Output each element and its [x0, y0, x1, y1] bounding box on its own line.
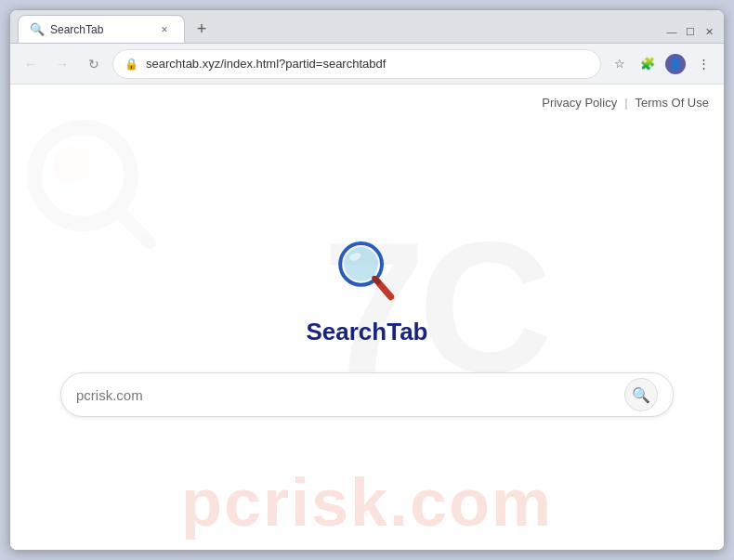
address-bar: ← → ↻ 🔒 searchtab.xyz/index.html?partid=…: [10, 44, 724, 85]
reload-button[interactable]: ↻: [81, 51, 107, 77]
search-icon: 🔍: [632, 386, 650, 404]
lock-icon: 🔒: [125, 58, 138, 71]
url-text: searchtab.xyz/index.html?partid=searchta…: [146, 57, 589, 71]
brand-name: SearchTab: [306, 318, 427, 346]
minimize-button[interactable]: —: [664, 24, 679, 39]
profile-button[interactable]: 👤: [662, 51, 688, 77]
search-box[interactable]: 🔍: [60, 372, 674, 417]
maximize-button[interactable]: ☐: [683, 24, 698, 39]
logo-magnifier-icon: [330, 236, 404, 310]
tabs-area: 🔍 SearchTab × +: [18, 15, 664, 43]
tab-close-button[interactable]: ×: [156, 21, 173, 38]
active-tab[interactable]: 🔍 SearchTab ×: [18, 15, 185, 43]
search-input[interactable]: [76, 387, 617, 403]
page-content: Privacy Policy | Terms Of Use 7C pcrisk.…: [10, 85, 724, 550]
tab-title: SearchTab: [50, 23, 151, 36]
main-content: SearchTab 🔍: [10, 85, 724, 550]
address-input[interactable]: 🔒 searchtab.xyz/index.html?partid=search…: [112, 49, 601, 79]
forward-button[interactable]: →: [49, 51, 75, 77]
menu-button[interactable]: ⋮: [690, 51, 716, 77]
extensions-button[interactable]: 🧩: [635, 51, 661, 77]
back-button[interactable]: ←: [18, 51, 44, 77]
bookmark-button[interactable]: ☆: [607, 51, 633, 77]
address-icons: ☆ 🧩 👤 ⋮: [607, 51, 716, 77]
title-bar: 🔍 SearchTab × + — ☐ ✕: [10, 10, 724, 44]
window-controls: — ☐ ✕: [664, 24, 716, 39]
search-button[interactable]: 🔍: [624, 378, 658, 411]
profile-avatar: 👤: [665, 54, 686, 74]
tab-favicon: 🔍: [30, 22, 45, 37]
close-button[interactable]: ✕: [701, 24, 716, 39]
profile-icon: 👤: [669, 58, 682, 70]
svg-line-7: [374, 279, 378, 282]
new-tab-button[interactable]: +: [189, 16, 215, 42]
browser-window: 🔍 SearchTab × + — ☐ ✕ ← → ↻ 🔒 searchtab.…: [9, 9, 725, 551]
